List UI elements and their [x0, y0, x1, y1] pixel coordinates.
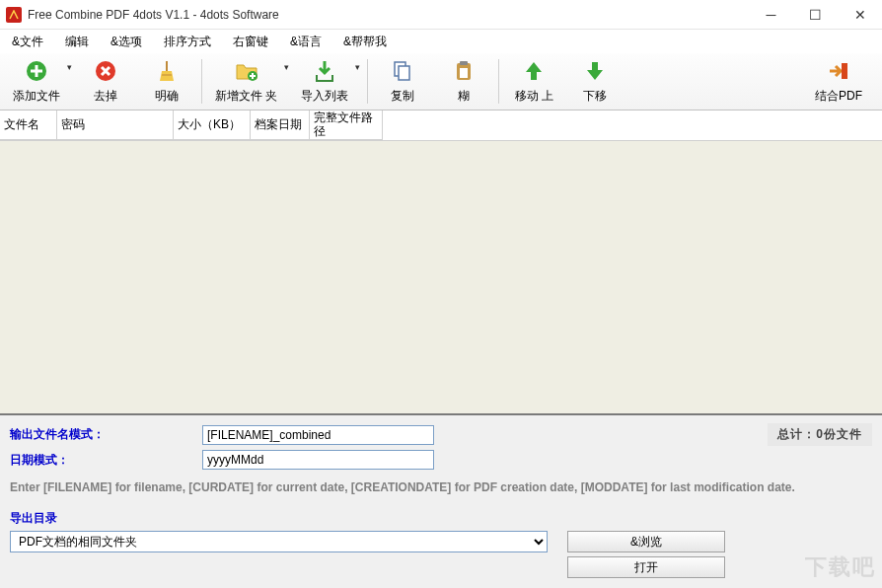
menu-sort[interactable]: 排序方式: [158, 32, 217, 52]
toolbar-label: 明确: [155, 88, 179, 105]
menu-rightkey[interactable]: 右窗键: [227, 32, 274, 52]
move-down-button[interactable]: 下移: [564, 55, 625, 108]
broom-icon: [155, 59, 179, 86]
window-title: Free Combine PDF 4dots V1.1 - 4dots Soft…: [28, 8, 749, 22]
grid-header-row: 文件名 密码 大小（KB） 档案日期 完整文件路径: [0, 110, 882, 141]
svg-rect-9: [399, 66, 409, 80]
svg-rect-11: [460, 61, 468, 65]
import-list-button[interactable]: 导入列表: [292, 55, 363, 108]
menu-help[interactable]: &帮帮我: [337, 32, 393, 52]
menu-file[interactable]: &文件: [6, 32, 49, 52]
maximize-button[interactable]: ☐: [793, 0, 838, 30]
toolbar-label: 糊: [458, 88, 470, 105]
grid-body[interactable]: [0, 141, 882, 413]
output-pattern-input[interactable]: [202, 425, 434, 445]
paste-button[interactable]: 糊: [433, 55, 494, 108]
move-up-button[interactable]: 移动 上: [503, 55, 564, 108]
toolbar-spacer: [625, 55, 799, 108]
total-count: 总计：0份文件: [768, 423, 872, 446]
toolbar-label: 结合PDF: [815, 88, 862, 105]
date-pattern-row: 日期模式：: [10, 450, 872, 470]
date-pattern-input[interactable]: [202, 450, 434, 470]
toolbar-label: 复制: [391, 88, 414, 105]
date-pattern-label: 日期模式：: [10, 452, 202, 469]
menu-language[interactable]: &语言: [284, 32, 328, 52]
remove-icon: [94, 59, 117, 86]
open-button[interactable]: 打开: [567, 556, 725, 578]
col-password[interactable]: 密码: [57, 110, 174, 140]
svg-rect-13: [842, 63, 847, 79]
bottom-panel: 输出文件名模式： 总计：0份文件 日期模式： Enter [FILENAME] …: [0, 415, 882, 588]
col-full-path[interactable]: 完整文件路径: [310, 110, 383, 140]
toolbar: 添加文件 去掉 明确 新增文件 夹 导入列表 复制 糊 移动 上 下移 结合PD…: [0, 53, 882, 110]
col-filename[interactable]: 文件名: [0, 110, 57, 140]
outdir-select[interactable]: PDF文档的相同文件夹: [10, 531, 548, 552]
menu-options[interactable]: &选项: [105, 32, 148, 52]
output-pattern-label: 输出文件名模式：: [10, 426, 202, 443]
toolbar-label: 去掉: [94, 88, 117, 105]
remove-button[interactable]: 去掉: [75, 55, 136, 108]
toolbar-label: 导入列表: [301, 88, 348, 105]
clear-button[interactable]: 明确: [136, 55, 197, 108]
add-file-button[interactable]: 添加文件: [4, 55, 75, 108]
file-grid: 文件名 密码 大小（KB） 档案日期 完整文件路径: [0, 110, 882, 415]
browse-button[interactable]: &浏览: [567, 531, 725, 552]
pattern-hint: Enter [FILENAME] for filename, [CURDATE]…: [10, 479, 872, 496]
app-icon: [6, 7, 22, 23]
combine-icon: [827, 59, 850, 86]
toolbar-separator: [201, 59, 202, 104]
outdir-row: PDF文档的相同文件夹 &浏览 打开: [10, 531, 872, 578]
add-icon: [25, 59, 48, 86]
menu-bar: &文件 编辑 &选项 排序方式 右窗键 &语言 &帮帮我: [0, 32, 882, 51]
paste-icon: [452, 59, 476, 86]
title-bar: Free Combine PDF 4dots V1.1 - 4dots Soft…: [0, 0, 882, 30]
arrow-down-icon: [583, 59, 607, 86]
folder-add-icon: [235, 59, 258, 86]
minimize-button[interactable]: ─: [749, 0, 793, 30]
toolbar-label: 下移: [583, 88, 607, 105]
toolbar-separator: [367, 59, 368, 104]
toolbar-label: 新增文件 夹: [215, 88, 277, 105]
output-pattern-row: 输出文件名模式： 总计：0份文件: [10, 423, 872, 446]
copy-icon: [391, 59, 414, 86]
copy-button[interactable]: 复制: [372, 55, 433, 108]
arrow-up-icon: [522, 59, 546, 86]
combine-pdf-button[interactable]: 结合PDF: [799, 55, 878, 108]
new-folder-button[interactable]: 新增文件 夹: [206, 55, 292, 108]
col-archive-date[interactable]: 档案日期: [251, 110, 310, 140]
col-size[interactable]: 大小（KB）: [174, 110, 251, 140]
svg-rect-7: [250, 75, 256, 77]
outdir-label: 导出目录: [10, 510, 872, 527]
svg-rect-4: [166, 61, 168, 71]
svg-rect-12: [460, 68, 468, 78]
close-button[interactable]: ✕: [838, 0, 882, 30]
import-icon: [313, 59, 336, 86]
toolbar-label: 添加文件: [13, 88, 60, 105]
svg-rect-2: [31, 69, 42, 72]
menu-edit[interactable]: 编辑: [59, 32, 95, 52]
toolbar-label: 移动 上: [515, 88, 553, 105]
outdir-buttons: &浏览 打开: [567, 531, 725, 578]
toolbar-separator: [498, 59, 499, 104]
